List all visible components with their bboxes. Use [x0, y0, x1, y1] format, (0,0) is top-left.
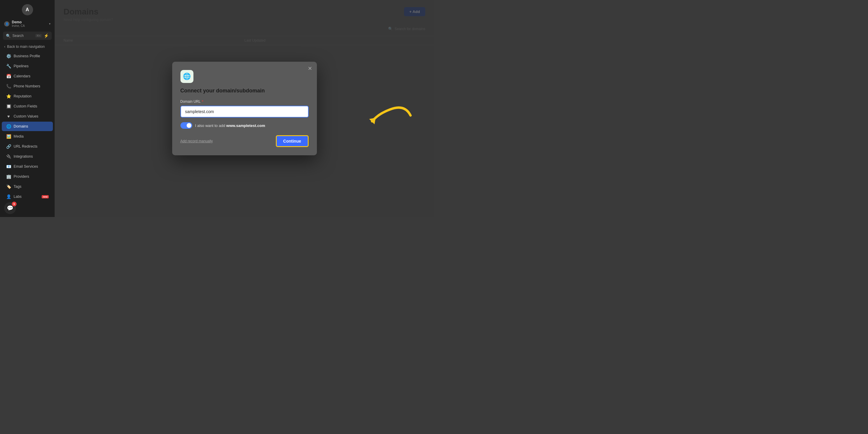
- toggle-knob: [187, 123, 191, 128]
- sidebar-nav: ⚙️ Business Profile 🔧 Pipelines 📅 Calend…: [0, 51, 55, 199]
- add-manually-link[interactable]: Add record manually: [181, 139, 213, 143]
- sidebar-item-integrations[interactable]: 🔌 Integrations: [2, 152, 53, 161]
- sidebar-item-label: Custom Values: [13, 114, 49, 118]
- sidebar-item-label: Labs: [13, 194, 39, 199]
- sidebar-item-media[interactable]: 🖼️ Media: [2, 132, 53, 141]
- modal-icon-wrap: 🌐: [181, 70, 193, 83]
- close-button[interactable]: ✕: [308, 66, 312, 71]
- domain-url-input[interactable]: [181, 106, 309, 118]
- required-indicator: *: [202, 99, 203, 104]
- sidebar-item-email-services[interactable]: 📧 Email Services: [2, 162, 53, 171]
- tags-icon: 🏷️: [6, 184, 11, 189]
- sidebar-item-phone-numbers[interactable]: 📞 Phone Numbers: [2, 82, 53, 91]
- search-bar[interactable]: 🔍 Search ⌘K ⚡: [3, 32, 52, 40]
- sidebar-item-business-profile[interactable]: ⚙️ Business Profile: [2, 51, 53, 61]
- custom-fields-icon: 🔲: [6, 104, 11, 108]
- sidebar-item-label: Tags: [13, 185, 49, 189]
- sidebar-item-label: Business Profile: [13, 54, 49, 58]
- sidebar-item-pipelines[interactable]: 🔧 Pipelines: [2, 61, 53, 71]
- media-icon: 🖼️: [6, 134, 11, 139]
- sidebar-item-custom-values[interactable]: ♥ Custom Values: [2, 112, 53, 121]
- sidebar-item-providers[interactable]: 🏢 Providers: [2, 172, 53, 181]
- labs-new-badge: new: [42, 195, 49, 198]
- sidebar-item-url-redirects[interactable]: 🔗 URL Redirects: [2, 142, 53, 151]
- domains-icon: 🌐: [6, 124, 11, 129]
- account-text: Demo Irvine, CA: [12, 20, 46, 27]
- chevron-down-icon: ▾: [49, 22, 51, 25]
- sidebar-item-label: Calendars: [13, 74, 49, 78]
- globe-icon: 🌐: [183, 73, 191, 80]
- connect-domain-modal: ✕ 🌐 Connect your domain/subdomain Domain…: [172, 62, 317, 155]
- account-location: Irvine, CA: [12, 24, 46, 27]
- arrow-annotation: [363, 98, 416, 134]
- toggle-domain: www.sampletest.com: [226, 123, 265, 128]
- sidebar-item-label: Integrations: [13, 154, 49, 159]
- pipelines-icon: 🔧: [6, 64, 11, 68]
- labs-icon: 👤: [6, 194, 11, 199]
- sidebar-item-calendars[interactable]: 📅 Calendars: [2, 71, 53, 81]
- reputation-icon: ⭐: [6, 94, 11, 99]
- modal-title: Connect your domain/subdomain: [181, 88, 309, 94]
- sidebar-item-domains[interactable]: 🌐 Domains: [2, 122, 53, 131]
- sidebar: A 👤 Demo Irvine, CA ▾ 🔍 Search ⌘K ⚡ ‹ Ba…: [0, 0, 55, 217]
- providers-icon: 🏢: [6, 174, 11, 179]
- account-switcher[interactable]: 👤 Demo Irvine, CA ▾: [0, 18, 55, 29]
- svg-marker-0: [369, 118, 376, 124]
- sidebar-avatar-area: A: [0, 0, 55, 18]
- integrations-icon: 🔌: [6, 154, 11, 159]
- sidebar-item-label: Phone Numbers: [13, 84, 49, 88]
- sidebar-bottom: 💬 5: [0, 199, 55, 217]
- domain-url-label: Domain URL *: [181, 99, 309, 104]
- chat-bubble-button[interactable]: 💬 5: [4, 202, 16, 214]
- url-redirects-icon: 🔗: [6, 144, 11, 149]
- search-label: Search: [12, 34, 33, 38]
- search-shortcut: ⌘K: [35, 34, 42, 37]
- sidebar-item-label: Media: [13, 134, 49, 138]
- main-content: Domains Need Help configuring domain? + …: [55, 0, 434, 217]
- sidebar-item-label: URL Redirects: [13, 144, 49, 149]
- modal-footer: Add record manually Continue: [181, 135, 309, 147]
- avatar: A: [22, 4, 33, 16]
- sidebar-item-custom-fields[interactable]: 🔲 Custom Fields: [2, 101, 53, 111]
- sidebar-item-label: Email Services: [13, 164, 49, 168]
- back-to-main-nav[interactable]: ‹ Back to main navigation: [0, 42, 55, 51]
- sidebar-item-label: Custom Fields: [13, 104, 49, 108]
- business-profile-icon: ⚙️: [6, 54, 11, 58]
- arrow-svg: [363, 98, 416, 133]
- sidebar-item-reputation[interactable]: ⭐ Reputation: [2, 92, 53, 101]
- toggle-row: I also want to add www.sampletest.com: [181, 122, 309, 129]
- toggle-label: I also want to add www.sampletest.com: [195, 123, 265, 128]
- sidebar-item-labs[interactable]: 👤 Labs new: [2, 192, 53, 199]
- lightning-icon: ⚡: [44, 33, 49, 38]
- sidebar-item-label: Providers: [13, 175, 49, 179]
- account-name: Demo: [12, 20, 46, 24]
- account-icon: 👤: [4, 21, 9, 27]
- continue-button[interactable]: Continue: [276, 135, 309, 147]
- www-toggle[interactable]: [181, 122, 192, 129]
- back-arrow-icon: ‹: [4, 44, 5, 49]
- chat-badge: 5: [12, 202, 17, 206]
- calendars-icon: 📅: [6, 74, 11, 79]
- custom-values-icon: ♥: [6, 114, 11, 119]
- sidebar-item-label: Reputation: [13, 94, 49, 98]
- search-icon: 🔍: [6, 34, 11, 38]
- email-services-icon: 📧: [6, 164, 11, 169]
- back-label: Back to main navigation: [7, 44, 44, 49]
- phone-icon: 📞: [6, 84, 11, 89]
- sidebar-item-tags[interactable]: 🏷️ Tags: [2, 182, 53, 191]
- sidebar-item-label: Domains: [13, 124, 49, 128]
- sidebar-item-label: Pipelines: [13, 64, 49, 68]
- modal-overlay: ✕ 🌐 Connect your domain/subdomain Domain…: [55, 0, 434, 217]
